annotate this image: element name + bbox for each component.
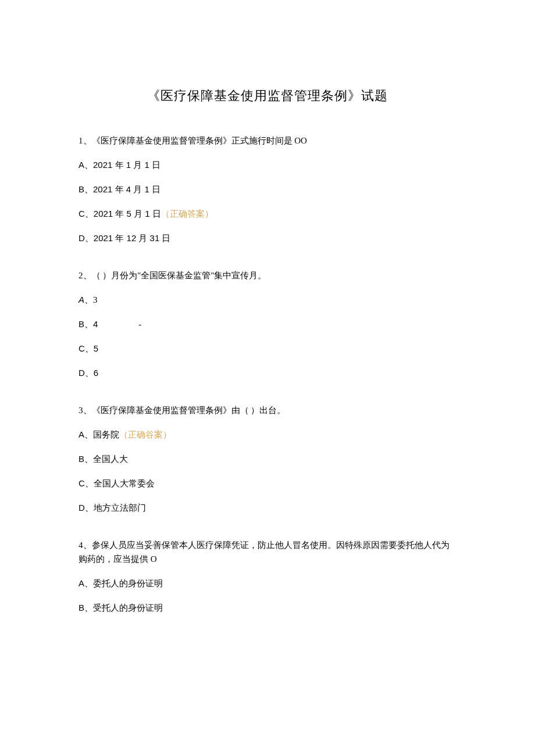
option-a-label: A、国务院: [79, 429, 119, 439]
option-c-label: C、2021 年 5 月 1 日: [79, 209, 161, 218]
option-a-rest: 、3: [84, 295, 98, 304]
question-2-option-c: C、5: [79, 342, 456, 356]
option-b-label: B、受托人的身份证明: [79, 603, 163, 612]
option-a-label: A、委托人的身份证明: [79, 578, 163, 588]
question-1-option-b: B、2021 年 4 月 1 日: [79, 182, 456, 196]
option-d-label: D、2021 年 12 月 31 日: [79, 233, 170, 243]
question-4: 4、参保人员应当妥善保管本人医疗保障凭证，防止他人冒名使用。因特殊原因需要委托他…: [79, 538, 456, 615]
dash-mark: -: [138, 317, 141, 331]
option-b-label: B、2021 年 4 月 1 日: [79, 184, 160, 194]
option-a-label: A、2021 年 1 月 1 日: [79, 160, 160, 170]
question-4-option-b: B、受托人的身份证明: [79, 601, 456, 615]
question-4-option-a: A、委托人的身份证明: [79, 576, 456, 590]
question-3-option-c: C、全国人大常委会: [79, 476, 456, 490]
question-1-text: 1、《医疗保障基金使用监督管理条例》正式施行时间是 OO: [79, 134, 456, 148]
question-2-text: 2、（ ）月份为"全国医保基金监管"集中宣传月。: [79, 268, 456, 282]
option-b-label: B、4: [79, 317, 98, 331]
page-title: 《医疗保障基金使用监督管理条例》试题: [79, 87, 456, 105]
option-a-prefix: A: [79, 295, 84, 304]
option-d-label: D、6: [79, 368, 98, 378]
option-b-label: B、全国人大: [79, 454, 128, 464]
option-c-label: C、5: [79, 343, 98, 353]
question-1-option-c: C、2021 年 5 月 1 日（正确答案）: [79, 207, 456, 221]
question-2-option-b: B、4-: [79, 317, 456, 331]
question-3: 3、《医疗保障基金使用监督管理条例》由（ ）出台。 A、国务院（正确谷案） B、…: [79, 403, 456, 515]
correct-answer-marker: （正确答案）: [161, 209, 213, 218]
option-c-label: C、全国人大常委会: [79, 478, 155, 488]
question-2-option-d: D、6: [79, 366, 456, 380]
question-2: 2、（ ）月份为"全国医保基金监管"集中宣传月。 A、3 B、4- C、5 D、…: [79, 268, 456, 380]
question-1: 1、《医疗保障基金使用监督管理条例》正式施行时间是 OO A、2021 年 1 …: [79, 134, 456, 245]
correct-answer-marker: （正确谷案）: [119, 430, 172, 439]
question-3-option-a: A、国务院（正确谷案）: [79, 428, 456, 442]
option-d-label: D、地方立法部门: [79, 503, 146, 513]
question-2-option-a: A、3: [79, 293, 456, 307]
question-3-option-b: B、全国人大: [79, 452, 456, 466]
question-4-text: 4、参保人员应当妥善保管本人医疗保障凭证，防止他人冒名使用。因特殊原因需要委托他…: [79, 538, 456, 566]
question-1-option-a: A、2021 年 1 月 1 日: [79, 158, 456, 172]
question-3-option-d: D、地方立法部门: [79, 501, 456, 515]
question-3-text: 3、《医疗保障基金使用监督管理条例》由（ ）出台。: [79, 403, 456, 417]
question-1-option-d: D、2021 年 12 月 31 日: [79, 231, 456, 245]
